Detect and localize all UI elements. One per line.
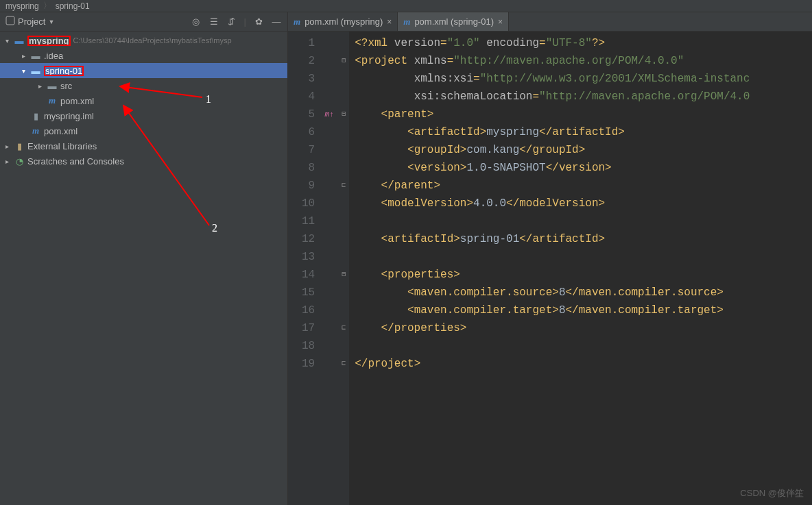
expand-arrow-icon[interactable]: ▸ (38, 82, 47, 90)
annotation-number: 2 (212, 222, 217, 234)
maven-file-icon: m (403, 16, 410, 27)
code-content[interactable]: <?xml version="1.0" encoding="UTF-8"?> <… (349, 32, 812, 505)
tree-label: External Libraries (27, 141, 97, 151)
tree-label: myspring (29, 36, 69, 46)
dropdown-arrow-icon[interactable]: ▼ (48, 19, 54, 25)
module-folder-icon: ▬ (14, 35, 25, 46)
tree-label: .idea (44, 51, 63, 61)
maven-file-icon: m (47, 95, 58, 106)
code-editor[interactable]: 12345678910111213141516171819 m↑ ⊟ ⊟ ⊏ ⊟… (288, 32, 812, 505)
tree-label: spring-01 (45, 66, 82, 76)
tree-item-pom-inner[interactable]: m pom.xml (0, 93, 287, 108)
separator: | (244, 16, 246, 27)
hide-icon[interactable]: — (271, 16, 282, 27)
maven-file-icon: m (30, 125, 41, 136)
fold-icon[interactable]: ⊟ (338, 266, 349, 284)
watermark: CSDN @俊伴笙 (740, 487, 804, 500)
library-icon: ▮ (14, 140, 25, 151)
expand-arrow-icon[interactable]: ▾ (5, 37, 14, 45)
folder-icon: ▬ (30, 50, 41, 61)
tree-label: src (60, 81, 72, 91)
tree-label: Scratches and Consoles (27, 156, 124, 167)
maven-file-icon: m (294, 16, 300, 27)
tool-window-header: Project ▼ ◎ ☰ ⇵ | ✿ — (0, 12, 287, 32)
close-tab-icon[interactable]: × (387, 17, 392, 27)
line-number-gutter: 12345678910111213141516171819 (288, 32, 320, 505)
folder-icon: ▬ (47, 80, 58, 91)
expand-arrow-icon[interactable]: ▾ (22, 67, 30, 75)
module-folder-icon: ▬ (30, 65, 41, 76)
fold-end-icon[interactable]: ⊏ (338, 355, 349, 373)
close-tab-icon[interactable]: × (498, 17, 503, 27)
tree-item-pom-outer[interactable]: m pom.xml (0, 123, 287, 138)
tree-root-myspring[interactable]: ▾ ▬ myspring C:\Users\30744\IdeaProjects… (0, 33, 287, 48)
fold-end-icon[interactable]: ⊏ (338, 319, 349, 337)
breadcrumb-separator: 〉 (43, 0, 51, 12)
editor-tab[interactable]: m pom.xml (spring-01) × (398, 12, 509, 31)
fold-icon[interactable]: ⊟ (338, 106, 349, 123)
gutter-icons: m↑ (320, 32, 338, 505)
tree-label: pom.xml (44, 126, 77, 136)
tree-item-spring01[interactable]: ▾ ▬ spring-01 (0, 63, 287, 78)
select-opened-file-icon[interactable]: ◎ (191, 16, 202, 27)
editor-tabs: m pom.xml (myspring) × m pom.xml (spring… (288, 12, 812, 32)
tab-label: pom.xml (myspring) (304, 16, 383, 27)
expand-arrow-icon[interactable]: ▸ (5, 158, 14, 165)
tree-item-scratches[interactable]: ▸ ◔ Scratches and Consoles (0, 153, 287, 169)
collapse-all-icon[interactable]: ⇵ (226, 16, 237, 27)
tab-label: pom.xml (spring-01) (414, 16, 494, 27)
settings-icon[interactable]: ✿ (253, 16, 264, 27)
fold-icon[interactable]: ⊟ (338, 52, 349, 70)
gutter-maven-icon[interactable]: m↑ (320, 106, 338, 123)
fold-gutter: ⊟ ⊟ ⊏ ⊟ ⊏ ⊏ (338, 32, 349, 505)
tool-window-title[interactable]: Project (18, 16, 45, 27)
breadcrumb-item[interactable]: myspring (5, 1, 39, 11)
tree-item-src[interactable]: ▸ ▬ src (0, 78, 287, 93)
fold-end-icon[interactable]: ⊏ (338, 177, 349, 195)
breadcrumb-item[interactable]: spring-01 (56, 1, 90, 11)
project-tool-window: Project ▼ ◎ ☰ ⇵ | ✿ — ▾ ▬ myspring C:\Us… (0, 12, 288, 505)
iml-file-icon: ▮ (30, 110, 41, 121)
project-tree[interactable]: ▾ ▬ myspring C:\Users\30744\IdeaProjects… (0, 32, 287, 505)
tree-label: pom.xml (60, 96, 94, 106)
expand-arrow-icon[interactable]: ▸ (5, 143, 14, 150)
editor-tab[interactable]: m pom.xml (myspring) × (288, 12, 398, 31)
tree-label: myspring.iml (44, 111, 94, 121)
editor-area: m pom.xml (myspring) × m pom.xml (spring… (288, 12, 812, 505)
tree-item-idea[interactable]: ▸ ▬ .idea (0, 48, 287, 63)
tree-item-iml[interactable]: ▮ myspring.iml (0, 108, 287, 123)
tree-path: C:\Users\30744\IdeaProjects\mybatisTest\… (73, 36, 232, 45)
svg-rect-0 (6, 16, 14, 25)
scratches-icon: ◔ (14, 156, 25, 167)
tree-item-external-libraries[interactable]: ▸ ▮ External Libraries (0, 138, 287, 153)
project-icon (5, 16, 15, 27)
expand-arrow-icon[interactable]: ▸ (22, 52, 30, 60)
breadcrumb: myspring 〉 spring-01 (0, 0, 812, 12)
expand-all-icon[interactable]: ☰ (208, 16, 219, 27)
